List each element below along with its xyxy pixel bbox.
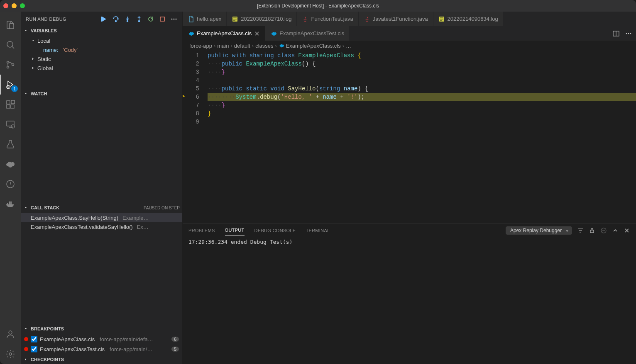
breadcrumb-segment[interactable]: force-app xyxy=(189,43,212,49)
breakpoint-count-badge: 5 xyxy=(171,347,179,352)
code-line[interactable]: public with sharing class ExampleApexCla… xyxy=(208,51,636,60)
variable-scope-global[interactable]: Global xyxy=(21,63,182,73)
code-line[interactable]: ····public ExampleApexClass() { xyxy=(208,60,636,68)
line-number[interactable]: 9 xyxy=(183,118,199,126)
more-button[interactable] xyxy=(171,16,177,22)
line-number[interactable]: 8 xyxy=(183,109,199,118)
issues-icon[interactable] xyxy=(0,174,20,194)
chevron-down-icon xyxy=(31,38,36,43)
source-control-icon[interactable] xyxy=(0,55,20,75)
step-into-button[interactable] xyxy=(124,16,131,22)
close-panel-icon[interactable] xyxy=(624,227,630,234)
variables-section-header[interactable]: VARIABLES xyxy=(21,26,182,35)
activity-bar: 1 xyxy=(0,12,21,364)
breadcrumb-segment[interactable]: default xyxy=(234,43,250,49)
extensions-icon[interactable] xyxy=(0,95,20,114)
code-line[interactable]: ····} xyxy=(208,68,636,76)
salesforce-icon[interactable] xyxy=(0,154,20,174)
explorer-icon[interactable] xyxy=(0,15,20,35)
line-number[interactable]: 5 xyxy=(183,85,199,93)
window-maximize-button[interactable] xyxy=(20,3,25,8)
line-number[interactable]: 2 xyxy=(183,60,199,68)
breadcrumb[interactable]: force-app › main › default › classes › E… xyxy=(183,41,636,51)
accounts-icon[interactable] xyxy=(0,324,20,344)
step-over-button[interactable] xyxy=(113,16,119,22)
breakpoints-section-header[interactable]: BREAKPOINTS xyxy=(21,324,182,333)
panel-tab[interactable]: PROBLEMS xyxy=(188,226,215,235)
editor-tab[interactable]: ExampleApexClassTest.cls xyxy=(265,26,350,41)
breadcrumb-segment[interactable]: main xyxy=(217,43,229,49)
stop-button[interactable] xyxy=(159,16,166,22)
editor-tabs-row-2: ExampleApexClass.clsExampleApexClassTest… xyxy=(183,26,636,41)
step-out-button[interactable] xyxy=(136,16,142,22)
split-editor-icon[interactable] xyxy=(613,30,619,37)
lock-icon[interactable] xyxy=(589,227,595,234)
editor-tab[interactable]: Javatest1Function.java xyxy=(359,12,433,26)
line-number[interactable]: 6 xyxy=(183,93,199,101)
bottom-panel: PROBLEMSOUTPUTDEBUG CONSOLETERMINAL Apex… xyxy=(183,223,636,364)
run-debug-icon[interactable]: 1 xyxy=(0,75,20,95)
code-line[interactable] xyxy=(208,76,636,85)
svg-point-3 xyxy=(12,64,14,66)
checkpoints-section-header[interactable]: CHECKPOINTS xyxy=(21,355,182,364)
code-line[interactable]: ········System.debug('Hello, ' + name + … xyxy=(208,93,636,101)
breadcrumb-segment[interactable]: classes xyxy=(255,43,273,49)
code-line[interactable]: ····public static void SayHello(string n… xyxy=(208,85,636,93)
svg-point-18 xyxy=(9,353,12,355)
breakpoint-checkbox[interactable] xyxy=(31,346,37,352)
panel-tab[interactable]: DEBUG CONSOLE xyxy=(254,226,296,235)
code-line[interactable]: ····} xyxy=(208,101,636,109)
continue-button[interactable] xyxy=(101,16,108,22)
chevron-right-icon xyxy=(31,66,36,70)
debug-sidebar: RUN AND DEBUG VARIABLES xyxy=(21,12,183,364)
variable-scope-local[interactable]: Local xyxy=(21,36,182,45)
variable-scope-static[interactable]: Static xyxy=(21,54,182,63)
chevron-up-icon[interactable] xyxy=(612,227,619,234)
search-icon[interactable] xyxy=(0,35,20,55)
output-content[interactable]: 17:29:36.234 ended Debug Test(s) xyxy=(183,237,636,364)
breakpoint-dot-icon xyxy=(24,337,28,341)
svg-point-0 xyxy=(7,41,13,47)
window-minimize-button[interactable] xyxy=(12,3,17,8)
breadcrumb-segment[interactable]: ExampleApexClass.cls xyxy=(279,43,341,49)
editor-tab[interactable]: 20220214090634.log xyxy=(433,12,504,26)
editor-tab[interactable]: FunctionTest.java xyxy=(297,12,358,26)
callstack-frame[interactable]: ExampleApexClass.SayHello(String)Example… xyxy=(21,213,182,222)
svg-point-1 xyxy=(7,61,9,63)
close-icon[interactable] xyxy=(254,31,260,36)
output-channel-selector[interactable]: Apex Replay Debugger xyxy=(506,226,572,235)
editor-tab[interactable]: 20220302182710.log xyxy=(227,12,297,26)
breakpoint-checkbox[interactable] xyxy=(31,336,37,342)
svg-rect-19 xyxy=(101,17,102,22)
more-actions-icon[interactable] xyxy=(625,30,632,37)
docker-icon[interactable] xyxy=(0,194,20,214)
line-number[interactable]: 3 xyxy=(183,68,199,76)
clear-icon[interactable] xyxy=(600,227,607,234)
code-editor[interactable]: 123456789 public with sharing class Exam… xyxy=(183,51,636,223)
remote-icon[interactable] xyxy=(0,114,20,134)
variable-row[interactable]: name: 'Cody' xyxy=(21,45,182,54)
filter-icon[interactable] xyxy=(577,227,584,234)
watch-section-header[interactable]: WATCH xyxy=(21,89,182,98)
breakpoint-row[interactable]: ExampleApexClassTest.cls force-app/main/… xyxy=(21,344,182,354)
breakpoint-row[interactable]: ExampleApexClass.cls force-app/main/defa… xyxy=(21,334,182,344)
callstack-section-header[interactable]: CALL STACK PAUSED ON STEP xyxy=(21,203,182,212)
callstack-frame[interactable]: ExampleApexClassTest.validateSayHello()E… xyxy=(21,222,182,231)
panel-tab[interactable]: OUTPUT xyxy=(225,225,245,235)
line-number[interactable]: 7 xyxy=(183,101,199,109)
editor-tab[interactable]: ExampleApexClass.cls xyxy=(183,26,265,41)
line-number[interactable]: 1 xyxy=(183,51,199,60)
code-line[interactable] xyxy=(208,118,636,126)
chevron-down-icon xyxy=(23,205,29,210)
breakpoint-dot-icon xyxy=(24,347,28,351)
editor-tab[interactable]: hello.apex xyxy=(183,12,227,26)
breadcrumb-segment[interactable]: … xyxy=(346,43,351,49)
code-line[interactable]: } xyxy=(208,109,636,118)
testing-icon[interactable] xyxy=(0,134,20,154)
window-close-button[interactable] xyxy=(3,3,8,8)
settings-icon[interactable] xyxy=(0,344,20,364)
svg-point-22 xyxy=(139,20,140,22)
line-number[interactable]: 4 xyxy=(183,76,199,85)
restart-button[interactable] xyxy=(147,16,154,22)
panel-tab[interactable]: TERMINAL xyxy=(306,226,330,235)
